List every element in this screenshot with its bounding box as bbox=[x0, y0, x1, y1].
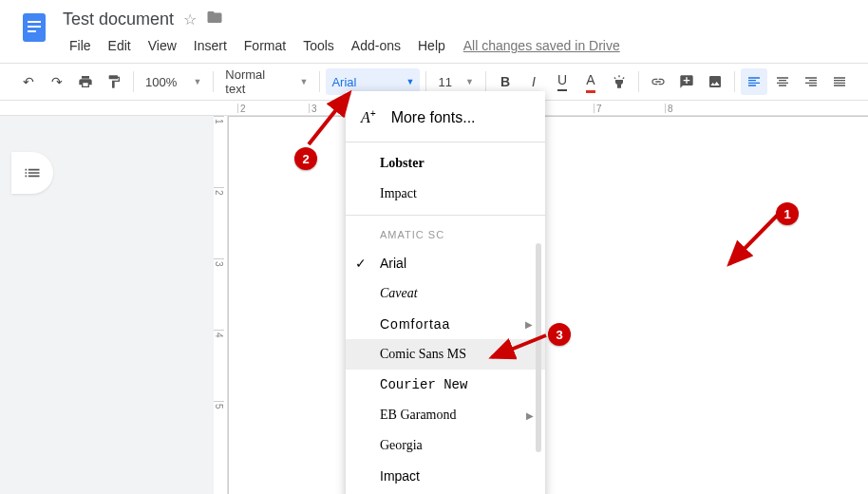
font-recent-lobster[interactable]: Lobster bbox=[346, 148, 545, 179]
document-page[interactable] bbox=[228, 116, 868, 494]
menu-edit[interactable]: Edit bbox=[102, 34, 138, 57]
menu-bar: File Edit View Insert Format Tools Add-o… bbox=[63, 34, 853, 57]
align-left-button[interactable] bbox=[741, 68, 767, 95]
vertical-ruler[interactable]: 12345 bbox=[214, 116, 228, 494]
print-button[interactable] bbox=[72, 68, 99, 95]
check-icon: ✓ bbox=[355, 256, 367, 271]
divider bbox=[346, 142, 545, 142]
scrollbar[interactable] bbox=[536, 243, 541, 452]
align-justify-button[interactable] bbox=[826, 68, 853, 95]
svg-rect-1 bbox=[28, 21, 41, 23]
menu-tools[interactable]: Tools bbox=[296, 34, 341, 57]
app-header: Test document ☆ File Edit View Insert Fo… bbox=[0, 0, 868, 57]
font-item-eb-garamond[interactable]: EB Garamond▶ bbox=[346, 400, 545, 430]
divider bbox=[346, 215, 545, 216]
annotation-badge-2: 2 bbox=[294, 147, 317, 170]
caret-icon: ▼ bbox=[406, 77, 415, 86]
font-recent-impact[interactable]: Impact bbox=[346, 179, 545, 209]
save-status[interactable]: All changes saved in Drive bbox=[456, 34, 628, 57]
ruler-tick: 7 bbox=[594, 104, 665, 113]
font-item-georgia[interactable]: Georgia bbox=[346, 430, 545, 461]
docs-logo[interactable] bbox=[15, 8, 53, 46]
ruler-tick: 2 bbox=[237, 104, 309, 113]
text-color-button[interactable]: A bbox=[577, 68, 604, 95]
font-item-caveat[interactable]: Caveat bbox=[346, 278, 545, 309]
font-dropdown-menu: A+ More fonts... Lobster Impact AMATIC S… bbox=[346, 91, 545, 494]
menu-addons[interactable]: Add-ons bbox=[345, 34, 407, 57]
redo-button[interactable]: ↷ bbox=[44, 68, 70, 95]
move-folder-icon[interactable] bbox=[206, 9, 223, 29]
document-outline-button[interactable] bbox=[11, 152, 53, 194]
underline-button[interactable]: U bbox=[549, 68, 576, 95]
menu-help[interactable]: Help bbox=[411, 34, 452, 57]
insert-comment-button[interactable] bbox=[673, 68, 700, 95]
size-value: 11 bbox=[438, 75, 451, 89]
more-fonts-label: More fonts... bbox=[391, 109, 476, 126]
star-icon[interactable]: ☆ bbox=[183, 10, 197, 28]
styles-dropdown[interactable]: Normal text▼ bbox=[219, 68, 313, 95]
font-item-courier-new[interactable]: Courier New bbox=[346, 370, 545, 400]
undo-button[interactable]: ↶ bbox=[15, 68, 42, 95]
font-item-amatic-sc[interactable]: AMATIC SC bbox=[346, 221, 545, 248]
more-fonts-item[interactable]: A+ More fonts... bbox=[346, 99, 545, 136]
style-value: Normal text bbox=[225, 67, 286, 96]
highlight-button[interactable] bbox=[606, 68, 632, 95]
font-value: Arial bbox=[331, 75, 356, 89]
caret-icon: ▼ bbox=[193, 77, 201, 86]
caret-icon: ▼ bbox=[299, 77, 308, 86]
submenu-arrow-icon: ▶ bbox=[525, 319, 534, 330]
svg-rect-2 bbox=[28, 26, 41, 28]
menu-insert[interactable]: Insert bbox=[187, 34, 234, 57]
menu-view[interactable]: View bbox=[142, 34, 183, 57]
align-center-button[interactable] bbox=[769, 68, 796, 95]
align-right-button[interactable] bbox=[798, 68, 824, 95]
menu-format[interactable]: Format bbox=[237, 34, 292, 57]
annotation-badge-3: 3 bbox=[548, 323, 571, 346]
submenu-arrow-icon: ▶ bbox=[526, 410, 534, 421]
zoom-dropdown[interactable]: 100%▼ bbox=[140, 68, 207, 95]
caret-icon: ▼ bbox=[465, 77, 474, 86]
font-item-comfortaa[interactable]: Comfortaa▶ bbox=[346, 309, 545, 339]
svg-rect-3 bbox=[28, 30, 36, 32]
font-item-comic-sans-ms[interactable]: Comic Sans MS bbox=[346, 339, 545, 370]
add-font-icon: A+ bbox=[361, 108, 376, 126]
insert-image-button[interactable] bbox=[702, 68, 728, 95]
font-item-impact[interactable]: Impact bbox=[346, 461, 545, 491]
insert-link-button[interactable] bbox=[645, 68, 671, 95]
ruler-tick: 8 bbox=[665, 104, 736, 113]
zoom-value: 100% bbox=[145, 75, 177, 89]
annotation-badge-1: 1 bbox=[776, 202, 799, 225]
font-item-arial[interactable]: Arial✓ bbox=[346, 248, 545, 278]
menu-file[interactable]: File bbox=[63, 34, 98, 57]
paint-format-button[interactable] bbox=[101, 68, 127, 95]
document-title[interactable]: Test document bbox=[63, 10, 174, 29]
